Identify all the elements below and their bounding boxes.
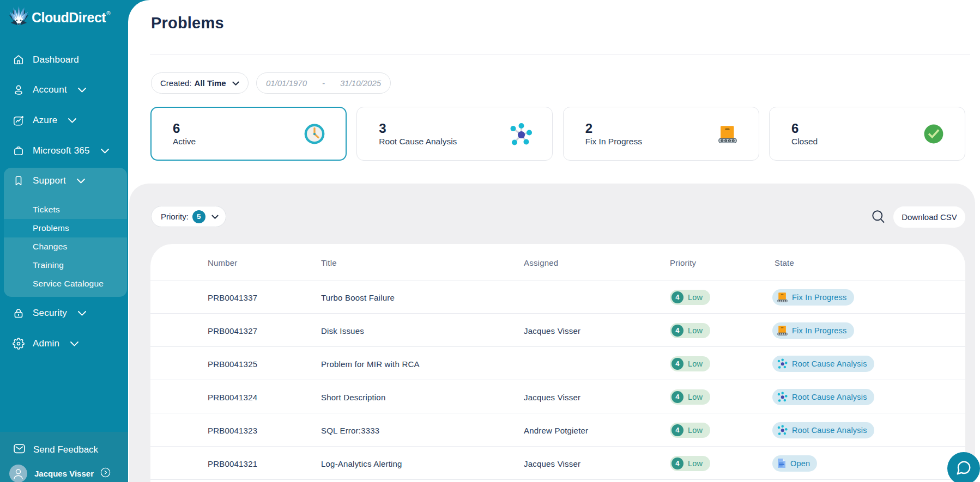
cell-number: PRB0041324 bbox=[208, 392, 257, 401]
bookmark-icon bbox=[13, 175, 25, 187]
priority-level: 4 bbox=[672, 291, 683, 303]
stat-label: Active bbox=[173, 137, 196, 147]
main-content: Problems Created: All Time 01/01/1970 - … bbox=[128, 0, 980, 482]
chevron-right-circle-icon[interactable] bbox=[100, 467, 111, 480]
conveyor-icon bbox=[777, 292, 788, 302]
stat-card-root-cause-analysis[interactable]: 3Root Cause Analysis bbox=[356, 107, 553, 161]
sidebar-item-dashboard[interactable]: Dashboard bbox=[0, 48, 128, 72]
stat-card-active[interactable]: 6Active bbox=[150, 107, 347, 161]
stat-count: 2 bbox=[585, 121, 592, 136]
cell-assigned: Jacques Visser bbox=[524, 326, 580, 335]
chat-button[interactable] bbox=[947, 452, 980, 482]
column-header-title[interactable]: Title bbox=[321, 258, 337, 267]
send-feedback-button[interactable]: Send Feedback bbox=[13, 442, 98, 457]
priority-label: Low bbox=[688, 393, 703, 401]
cell-title: Disk Issues bbox=[321, 326, 364, 335]
sidebar-subitem-service-catalogue[interactable]: Service Catalogue bbox=[4, 274, 127, 293]
sidebar-item-azure[interactable]: Azure bbox=[0, 108, 128, 132]
state-badge: Fix In Progress bbox=[772, 289, 854, 306]
conveyor-icon bbox=[777, 325, 788, 335]
column-header-assigned[interactable]: Assigned bbox=[524, 258, 558, 267]
check-icon bbox=[923, 124, 943, 144]
chevron-down-icon bbox=[100, 148, 110, 154]
chevron-down-icon bbox=[76, 178, 86, 184]
brand-logo[interactable]: CloudDirect ® bbox=[9, 6, 111, 29]
table-row[interactable]: PRB0041324Short DescriptionJacques Visse… bbox=[150, 380, 965, 413]
sidebar-item-label: Dashboard bbox=[33, 54, 79, 65]
sidebar-item-label: Microsoft 365 bbox=[33, 145, 90, 156]
brand-name: CloudDirect bbox=[32, 10, 106, 26]
sidebar-item-label: Support bbox=[33, 175, 66, 186]
chevron-down-icon bbox=[70, 341, 79, 347]
priority-label: Low bbox=[688, 293, 703, 302]
table-row[interactable]: PRB0041323SQL Error:3333Andrew Potgieter… bbox=[150, 413, 965, 447]
stat-card-closed[interactable]: 6Closed bbox=[769, 107, 965, 161]
sidebar-subitem-training[interactable]: Training bbox=[4, 256, 127, 274]
cell-title: Turbo Boost Failure bbox=[321, 292, 395, 302]
chevron-down-icon bbox=[226, 78, 239, 88]
cell-number: PRB0041321 bbox=[208, 459, 257, 468]
user-menu[interactable]: Jacques Visser bbox=[9, 465, 111, 482]
date-range-input[interactable]: 01/01/1970 - 31/10/2025 bbox=[256, 72, 391, 94]
search-button[interactable] bbox=[870, 209, 886, 224]
sidebar-subitem-changes[interactable]: Changes bbox=[4, 237, 127, 256]
sidebar-subitem-label: Training bbox=[33, 260, 64, 270]
priority-level: 4 bbox=[672, 391, 683, 403]
sidebar-subitem-label: Service Catalogue bbox=[33, 279, 104, 289]
cell-state: Open bbox=[775, 455, 817, 472]
sidebar-item-account[interactable]: Account bbox=[0, 78, 128, 102]
cell-title: Problem for MIR with RCA bbox=[321, 359, 420, 368]
sidebar-item-admin[interactable]: Admin bbox=[0, 332, 128, 356]
priority-level: 4 bbox=[672, 457, 683, 469]
document-icon bbox=[777, 458, 786, 468]
priority-filter-dropdown[interactable]: Priority: 5 bbox=[151, 206, 226, 227]
bag-icon bbox=[13, 145, 25, 157]
column-header-state[interactable]: State bbox=[775, 258, 794, 267]
sidebar-item-microsoft-365[interactable]: Microsoft 365 bbox=[0, 139, 128, 163]
cell-number: PRB0041323 bbox=[208, 425, 257, 435]
column-header-number[interactable]: Number bbox=[208, 258, 238, 267]
cell-state: Root Cause Analysis bbox=[775, 422, 874, 438]
sidebar-subitem-problems[interactable]: Problems bbox=[4, 219, 127, 237]
download-csv-button[interactable]: Download CSV bbox=[893, 206, 965, 228]
cell-title: Short Description bbox=[321, 392, 385, 401]
column-header-priority[interactable]: Priority bbox=[670, 258, 696, 267]
state-badge: Root Cause Analysis bbox=[772, 356, 874, 372]
sidebar-subitem-label: Tickets bbox=[33, 205, 60, 215]
priority-level: 4 bbox=[672, 358, 683, 370]
sidebar-item-support[interactable]: Support bbox=[0, 169, 128, 193]
stat-card-fix-in-progress[interactable]: 2Fix In Progress bbox=[563, 107, 759, 161]
chat-bubble-icon bbox=[955, 460, 972, 478]
created-filter-dropdown[interactable]: Created: All Time bbox=[151, 72, 249, 94]
table-row[interactable]: PRB0041321Log-Analytics AlertingJacques … bbox=[150, 447, 965, 480]
table-row[interactable]: PRB0041337Turbo Boost Failure4LowFix In … bbox=[150, 280, 965, 314]
state-badge: Root Cause Analysis bbox=[772, 422, 874, 438]
date-from-value: 01/01/1970 bbox=[266, 78, 307, 88]
row-separator bbox=[150, 479, 965, 480]
envelope-icon bbox=[13, 442, 26, 457]
cell-priority: 4Low bbox=[670, 323, 710, 338]
table-section: Priority: 5 Download CSV NumberTitleAssi… bbox=[129, 184, 975, 482]
gear-icon bbox=[13, 338, 25, 350]
cell-priority: 4Low bbox=[670, 423, 710, 438]
state-label: Root Cause Analysis bbox=[792, 393, 867, 401]
priority-label: Low bbox=[688, 326, 703, 335]
sidebar-item-label: Azure bbox=[33, 115, 57, 126]
priority-label: Low bbox=[688, 459, 703, 468]
table-row[interactable]: PRB0041325Problem for MIR with RCA4LowRo… bbox=[150, 347, 965, 380]
clouddirect-hedgehog-icon bbox=[9, 6, 29, 29]
priority-label: Low bbox=[688, 359, 703, 368]
cell-assigned: Andrew Potgieter bbox=[524, 425, 588, 435]
priority-count-badge: 5 bbox=[192, 210, 205, 223]
created-filter-label: Created: bbox=[160, 78, 192, 88]
sidebar-subitem-label: Changes bbox=[33, 242, 67, 252]
chevron-down-icon bbox=[77, 310, 87, 316]
problems-table: NumberTitleAssignedPriorityStatePRB00413… bbox=[150, 244, 965, 482]
table-row[interactable]: PRB0041327Disk IssuesJacques Visser4LowF… bbox=[150, 314, 965, 347]
priority-badge: 4Low bbox=[670, 356, 710, 371]
sidebar-subitem-tickets[interactable]: Tickets bbox=[4, 200, 127, 219]
sidebar-item-security[interactable]: Security bbox=[0, 301, 128, 325]
state-label: Fix In Progress bbox=[792, 293, 847, 302]
home-icon bbox=[13, 54, 25, 66]
state-label: Root Cause Analysis bbox=[792, 426, 867, 435]
